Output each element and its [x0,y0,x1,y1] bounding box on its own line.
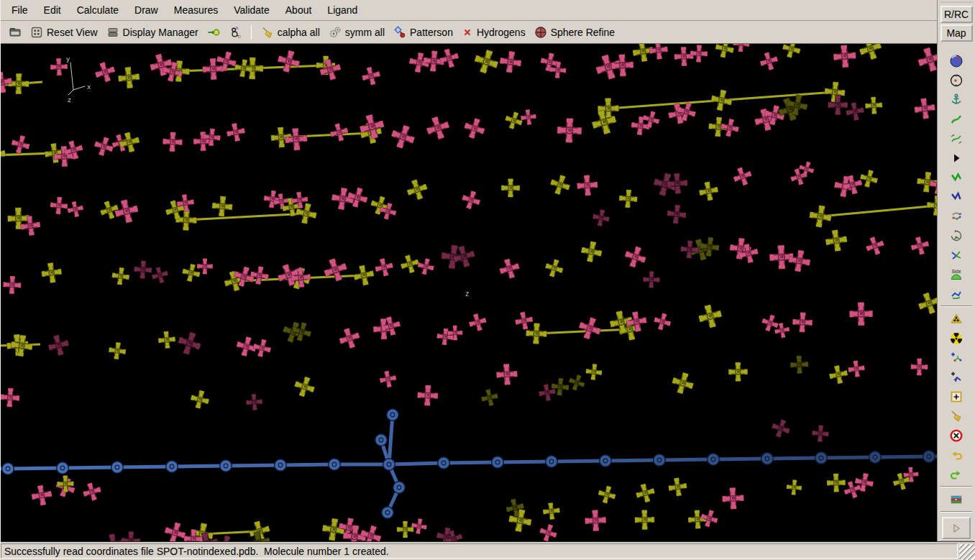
small-arrow-right-icon [949,151,963,165]
menu-ligand[interactable]: Ligand [319,1,365,19]
tool-expand[interactable] [940,148,973,167]
run-button[interactable] [942,517,971,539]
tool-add-atom[interactable] [940,387,973,406]
coot-window: File Edit Calculate Draw Measures Valida… [0,0,975,560]
broom-icon [261,26,274,39]
redo-arrow-icon [949,467,963,482]
tool-mutate-autofit[interactable] [940,329,973,348]
flip-sticks-icon [949,248,963,262]
tool-add-terminal-residue[interactable] [940,348,973,367]
tool-recentre[interactable] [940,70,973,90]
symm-all-label: symm all [345,27,385,38]
folder-icon [9,26,22,39]
svg-text:Side: Side [951,268,961,273]
sphere-refine-button[interactable]: Sphere Refine [531,24,619,40]
status-message: Successfully read coordinates file SPOT-… [1,543,958,559]
menu-measures[interactable]: Measures [166,1,226,19]
diamond-dot-icon [393,26,406,39]
tool-regularize[interactable] [940,187,973,206]
tool-redo[interactable] [940,464,973,484]
menu-edit[interactable]: Edit [36,1,69,19]
layers-icon [106,26,119,39]
calpha-all-label: calpha all [278,27,320,38]
menu-bar: File Edit Calculate Draw Measures Valida… [1,0,937,21]
tool-ribbon-morph[interactable] [940,129,973,148]
tools-separator [940,306,972,307]
hydrogens-label: Hydrogens [477,27,526,38]
menu-draw[interactable]: Draw [127,1,166,19]
molecular-viewport-canvas[interactable] [1,44,937,541]
go-to-atom-button[interactable] [203,24,224,40]
ribbon-arrows-icon [949,132,963,146]
tool-delete[interactable] [940,426,973,445]
molecule-icon: NO [229,26,242,39]
arrow-ball-icon [207,26,220,39]
tool-flip-sidechain[interactable] [940,245,973,265]
menu-validate[interactable]: Validate [226,1,278,19]
patterson-button[interactable]: Patterson [390,24,457,40]
toolbar-separator [251,25,252,40]
undo-arrow-icon [949,448,963,462]
tool-rotate-translate[interactable] [940,206,973,226]
display-manager-button[interactable]: Display Manager [103,24,202,40]
red-x-icon [462,27,473,38]
tool-sphere-view[interactable] [940,51,973,70]
tool-undo[interactable] [940,445,973,464]
main-toolbar: Reset View Display Manager NO calpha all [1,21,937,44]
rc-button[interactable]: R/RC [940,6,973,23]
tool-ribbon[interactable] [940,109,973,129]
patterson-label: Patterson [410,27,453,38]
resize-grip[interactable] [959,544,975,560]
rotate-arc-icon [949,229,963,243]
reset-view-label: Reset View [47,27,98,38]
target-icon [949,73,963,88]
tool-auto-fit-rotamer[interactable] [940,226,973,245]
warning-molecule-icon [949,312,963,326]
menu-file[interactable]: File [4,1,36,19]
side-hemisphere-icon: Side [949,267,963,282]
display-manager-label: Display Manager [123,27,198,38]
tools-separator [940,486,972,487]
add-alt-conf-icon [949,370,963,385]
radiation-icon [949,331,963,346]
tool-real-space-refine[interactable] [940,167,973,187]
rotamer-arc-icon [949,209,963,224]
tool-side-chain-180[interactable]: Side [940,265,973,284]
toolbar-drag-handle[interactable] [940,1,973,3]
add-atom-icon [949,390,963,404]
flag-icon [949,492,963,507]
tool-torsion-general[interactable] [940,284,973,303]
calpha-all-button[interactable]: calpha all [257,24,324,40]
right-toolbar: R/RC Map Side [937,0,975,541]
sphere-refine-label: Sphere Refine [551,27,615,38]
hydrogens-button[interactable]: Hydrogens [458,25,529,40]
blue-globe-icon [949,54,963,68]
no-entry-icon [949,428,963,443]
anchor-icon [949,93,963,107]
broom-icon [949,409,963,423]
map-button[interactable]: Map [940,24,973,42]
sidebar-bottom-strip [940,539,973,541]
tool-anchor[interactable] [940,90,973,109]
menu-calculate[interactable]: Calculate [69,1,127,19]
tool-clear-pending[interactable] [940,406,973,426]
gears-icon [329,26,342,39]
tool-add-alt-conf[interactable] [940,367,973,387]
reset-view-button[interactable]: Reset View [27,24,101,40]
play-icon [949,521,963,536]
symm-all-button[interactable]: symm all [325,24,388,40]
go-to-ligand-button[interactable]: NO [225,24,245,40]
status-bar: Successfully read coordinates file SPOT-… [1,541,975,560]
menu-about[interactable]: About [278,1,320,19]
open-coordinates-button[interactable] [5,24,25,40]
tool-mutate[interactable] [940,309,973,329]
blue-zigzag-icon [949,190,963,204]
viewport-area [1,44,937,541]
tool-flag[interactable] [940,490,973,509]
sphere-crosshair-icon [534,26,547,39]
svg-text:O: O [238,35,241,39]
green-zigzag-icon [949,170,963,185]
green-ribbon-icon [949,112,963,127]
tools-separator [940,511,972,513]
torsion-sticks-icon [949,287,963,301]
